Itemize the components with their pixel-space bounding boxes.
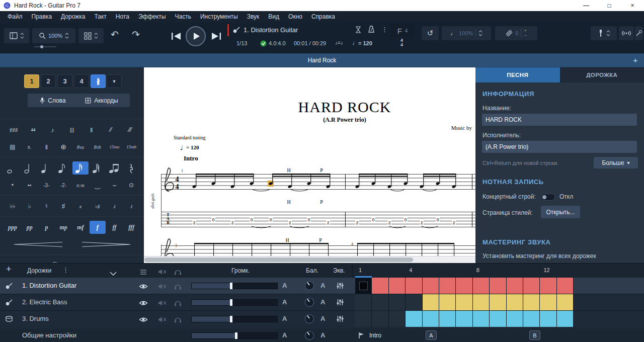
thirty-second-note-button[interactable] (90, 161, 106, 175)
layout-button[interactable] (78, 28, 104, 43)
document-tab[interactable]: Hard Rock (0, 53, 644, 67)
eighth-note-button[interactable] (55, 161, 71, 175)
quindicesima-bassa-button[interactable]: 15mb (123, 140, 139, 153)
hourglass-icon[interactable] (355, 26, 361, 36)
scrollbar-thumb[interactable] (144, 258, 413, 262)
eq-icon[interactable] (336, 282, 344, 292)
quindicesima-alta-button[interactable]: 15ma (107, 140, 123, 153)
dynamic-mp-button[interactable]: mp (55, 221, 71, 234)
eq-icon[interactable] (336, 315, 344, 325)
line-out-button[interactable] (635, 26, 643, 40)
maximize-button[interactable]: □ (598, 0, 621, 11)
volume-automation[interactable]: A (282, 298, 287, 306)
bar-cell-8[interactable] (473, 294, 490, 310)
bar-cell-2[interactable] (372, 311, 388, 327)
tab-track[interactable]: ДОРОЖКА (560, 67, 644, 82)
bar-cell-11[interactable] (523, 294, 540, 310)
balance-knob[interactable] (304, 297, 315, 310)
fermata-button[interactable]: ⌒ (39, 259, 72, 263)
slur-button[interactable]: ⌣ (107, 179, 123, 192)
previous-bar-button[interactable] (171, 32, 181, 42)
bar-cell-9[interactable] (490, 311, 506, 327)
bar-cell-2[interactable] (372, 278, 388, 294)
bar-cell-12[interactable] (540, 294, 556, 310)
pan-automation[interactable]: A (320, 315, 325, 322)
key-signature-button[interactable]: ♯♯♯ (5, 123, 23, 136)
dynamic-ff-button[interactable]: ff (107, 221, 123, 234)
open-stylesheet-button[interactable]: Открыть... (541, 206, 580, 218)
dynamic-f-button[interactable]: f (90, 221, 106, 234)
relative-speed-control[interactable]: ♩ 100% (442, 26, 491, 40)
eq-icon[interactable] (336, 298, 344, 308)
staff-bracket-button[interactable]: ▤ (5, 140, 21, 153)
marker-a[interactable]: A (426, 330, 437, 340)
pan-automation[interactable]: A (320, 298, 325, 306)
master-pan-automation[interactable]: A (320, 331, 325, 339)
bar-cell-11[interactable] (523, 311, 540, 327)
artist-input[interactable]: (A.R Power trio) (482, 141, 637, 153)
bar-cell-3[interactable] (389, 294, 406, 310)
song-name-input[interactable]: HARD ROCK (482, 114, 637, 126)
bar-cell-7[interactable] (456, 278, 472, 294)
note-flag-button[interactable]: ♪ (123, 200, 139, 213)
sharp-button[interactable]: ♯ (55, 200, 71, 213)
whole-note-button[interactable] (5, 161, 21, 175)
ghost-note-button[interactable]: (♪) (5, 259, 38, 263)
bar-cell-3[interactable] (389, 278, 406, 294)
bar-cell-12[interactable] (540, 311, 556, 327)
grace-note-button[interactable]: ♪ (43, 123, 62, 136)
bar-cell-11[interactable] (523, 278, 540, 294)
let-ring-button[interactable]: let ring (72, 259, 106, 263)
bar-cell-2[interactable] (372, 294, 388, 310)
balance-knob[interactable] (304, 280, 315, 293)
pan-automation[interactable]: A (320, 282, 325, 289)
beamed-notes-button[interactable] (107, 161, 123, 175)
menu-item-12[interactable]: Справка (307, 11, 340, 22)
tremolo-two-button[interactable]: ⁄⁄ (102, 123, 120, 136)
menu-item-11[interactable]: Окно (284, 11, 307, 22)
marker-b[interactable]: B (529, 330, 540, 340)
bar-cell-10[interactable] (507, 294, 523, 310)
horizontal-scrollbar[interactable] (144, 256, 475, 263)
minus-icon[interactable]: − (524, 33, 526, 38)
bar-cell-8[interactable] (473, 278, 490, 294)
marker-intro[interactable]: Intro (369, 332, 381, 339)
simile-mark-button[interactable]: x. (22, 140, 38, 153)
accidental-pair-button[interactable]: ♭♯ (90, 200, 106, 213)
sixteenth-note-button[interactable] (72, 161, 89, 175)
time-signature-button[interactable]: 44 (24, 123, 43, 136)
flat-button[interactable]: ♭ (22, 200, 38, 213)
half-note-button[interactable] (22, 161, 38, 175)
dotted-note-button[interactable]: • (5, 179, 21, 192)
undo-button[interactable]: ↶ (111, 29, 119, 40)
voice-4-button[interactable]: 4 (74, 74, 89, 88)
solo-headphones-icon[interactable] (174, 283, 182, 292)
time-signature-display[interactable]: 4 4 (400, 38, 403, 47)
current-track-name[interactable]: 1. Distortion Guitar (244, 26, 298, 34)
ottava-alta-button[interactable]: 8va (72, 140, 89, 153)
bar-cell-5[interactable] (423, 278, 439, 294)
double-barline-button[interactable]: ‖ (82, 123, 101, 136)
bar-cell-10[interactable] (507, 311, 523, 327)
visibility-eye-icon[interactable] (139, 316, 148, 325)
tremolo-three-button[interactable]: ⁄⁄⁄ (121, 123, 139, 136)
stem-flag-button[interactable]: ♪ (107, 200, 123, 213)
bar-cell-10[interactable] (507, 278, 523, 294)
track-row-3[interactable]: 3. DrumsAA (0, 311, 644, 327)
master-balance-knob[interactable] (304, 330, 315, 342)
chords-button[interactable]: Аккорды (73, 94, 130, 107)
natural-harmonic-button[interactable]: ⊙ (123, 179, 139, 192)
track-name[interactable]: 1. Distortion Guitar (22, 282, 76, 289)
multi-voice-button[interactable]: ∦ (91, 74, 106, 88)
mute-icon[interactable] (158, 299, 167, 308)
tracks-menu-kebab-icon[interactable]: ⋮ (62, 266, 69, 274)
bar-cell-7[interactable] (456, 294, 472, 310)
track-name[interactable]: 3. Drums (22, 315, 49, 322)
track-name[interactable]: 2. Electric Bass (22, 298, 67, 306)
bar-cell-6[interactable] (439, 311, 456, 327)
play-button[interactable] (186, 26, 206, 46)
bar-cell-6[interactable] (439, 278, 456, 294)
bar-cell-4[interactable] (406, 278, 422, 294)
menu-item-10[interactable]: Вид (264, 11, 284, 22)
free-time-button[interactable]: ||| (63, 123, 82, 136)
